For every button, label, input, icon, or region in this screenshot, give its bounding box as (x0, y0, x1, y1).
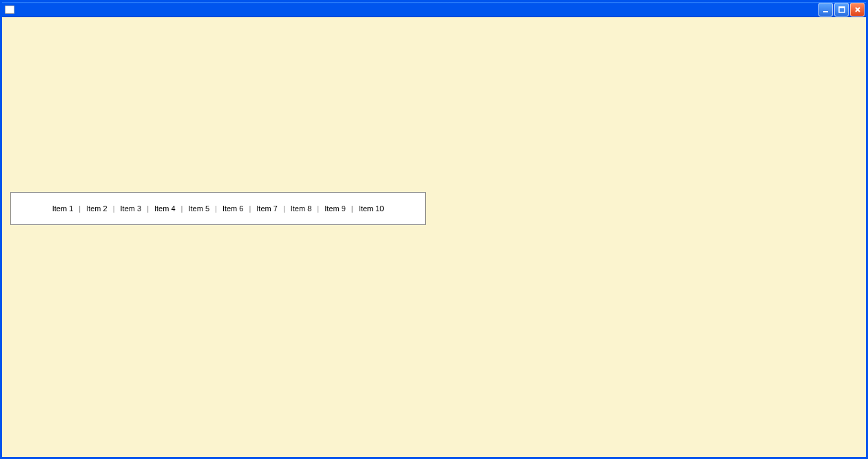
title-bar[interactable] (2, 2, 866, 17)
toolbar-item[interactable]: Item 7 (252, 204, 282, 213)
toolbar-separator: | (180, 204, 185, 213)
toolbar-item[interactable]: Item 5 (184, 204, 214, 213)
item-toolbar: Item 1 | Item 2 | Item 3 | Item 4 | Item… (10, 192, 426, 225)
toolbar-item[interactable]: Item 8 (287, 204, 316, 213)
app-icon (5, 6, 14, 14)
toolbar-separator: | (77, 204, 82, 213)
svg-rect-0 (823, 11, 828, 12)
minimize-button[interactable] (818, 3, 833, 17)
toolbar-separator: | (247, 204, 252, 213)
minimize-icon (822, 6, 830, 14)
toolbar-separator: | (282, 204, 287, 213)
toolbar-item[interactable]: Item 2 (82, 204, 112, 213)
toolbar-separator: | (145, 204, 150, 213)
toolbar-item[interactable]: Item 6 (218, 204, 248, 213)
toolbar-item[interactable]: Item 10 (355, 204, 389, 213)
toolbar-separator: | (112, 204, 116, 213)
svg-rect-2 (839, 7, 845, 8)
toolbar-separator: | (350, 204, 355, 213)
close-icon (854, 6, 862, 14)
toolbar-item[interactable]: Item 9 (320, 204, 350, 213)
close-button[interactable] (850, 3, 865, 17)
title-bar-left (5, 6, 17, 14)
main-window: Item 1 | Item 2 | Item 3 | Item 4 | Item… (0, 0, 868, 459)
maximize-icon (838, 6, 846, 14)
client-area: Item 1 | Item 2 | Item 3 | Item 4 | Item… (2, 17, 866, 457)
window-controls (818, 3, 865, 17)
toolbar-separator: | (214, 204, 218, 213)
toolbar-item[interactable]: Item 3 (116, 204, 146, 213)
toolbar-separator: | (316, 204, 320, 213)
toolbar-item[interactable]: Item 1 (48, 204, 78, 213)
maximize-button[interactable] (834, 3, 849, 17)
toolbar-item[interactable]: Item 4 (150, 204, 180, 213)
